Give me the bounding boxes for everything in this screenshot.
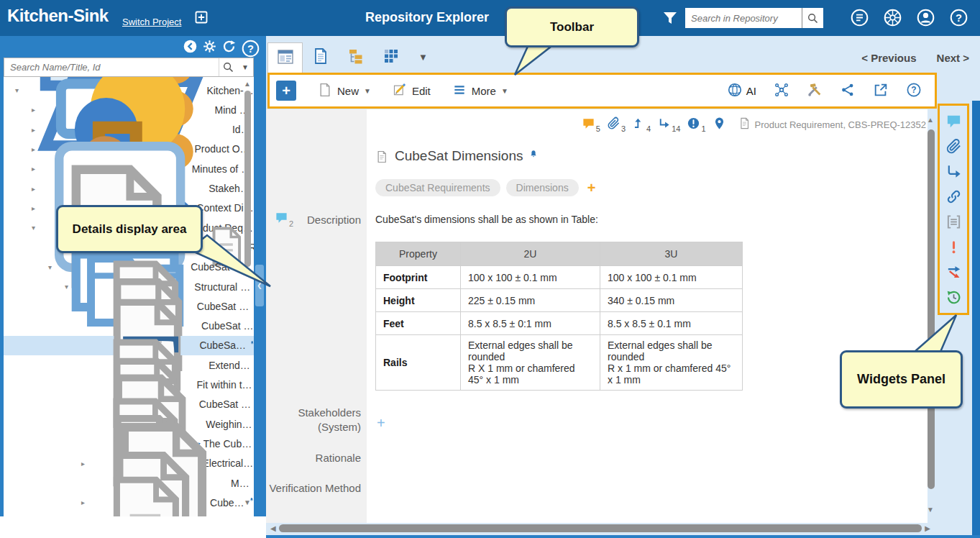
sidebar-search-input[interactable]	[4, 62, 219, 73]
add-stakeholder-button[interactable]: +	[377, 415, 385, 432]
caret-right-icon[interactable]: ▸	[32, 126, 43, 134]
help-blue-button[interactable]: ?	[906, 82, 922, 100]
indicator-attachment[interactable]: 3	[607, 117, 626, 133]
caret-right-icon[interactable]: ▸	[81, 460, 93, 468]
caret-down-icon[interactable]: ▾	[15, 86, 27, 94]
table-row: Footprint100 x 100 ± 0.1 mm100 x 100 ± 0…	[376, 266, 743, 289]
requirement-icon	[738, 117, 751, 132]
language-icon[interactable]	[883, 8, 902, 27]
indicator-alert[interactable]: 1	[687, 117, 705, 133]
tab-matrix-view[interactable]	[373, 42, 408, 73]
search-icon[interactable]	[219, 58, 237, 76]
widget-comment-blue-icon[interactable]	[945, 113, 962, 129]
top-header: Kitchen-Sink Switch Project Repository E…	[0, 0, 980, 36]
header-action-icons: ?	[850, 8, 968, 27]
widget-arrow-branch-icon[interactable]	[945, 163, 962, 180]
ai-button[interactable]: AI	[727, 82, 756, 100]
tree-scroll-down[interactable]: ▼	[244, 499, 251, 506]
tag-list: CubeSat Requirements Dimensions +	[375, 179, 595, 196]
caret-down-icon[interactable]: ▾	[32, 224, 43, 232]
widget-summary-icon[interactable]	[945, 214, 962, 230]
edit-icon	[393, 83, 407, 99]
indicator-comment-orange[interactable]: 5	[582, 117, 600, 133]
add-tag-button[interactable]: +	[587, 180, 596, 196]
help-icon[interactable]: ?	[949, 8, 968, 27]
widgets-panel	[938, 104, 969, 315]
news-icon[interactable]	[850, 8, 869, 27]
caret-right-icon[interactable]: ▸	[32, 185, 43, 193]
tree-item-cubesat-structure-desi[interactable]: CubeSat Structure Desi…	[4, 513, 254, 516]
search-icon[interactable]	[802, 8, 823, 28]
widget-attachment-icon[interactable]	[945, 138, 962, 155]
filter-icon[interactable]	[661, 9, 679, 27]
table-header: 2U	[461, 242, 600, 266]
content-scroll-up[interactable]: ▲	[927, 117, 934, 124]
project-tree: ▾Kitchen-Sink▸Mind Maps▸Ideas▸Product Ob…	[4, 77, 254, 516]
scroll-right[interactable]: ▶	[925, 525, 930, 532]
quick-add-button[interactable]: +	[276, 81, 296, 101]
widgets-callout-tail	[907, 312, 965, 354]
open-external-button[interactable]	[873, 82, 889, 100]
dimensions-table: Property2U3U Footprint100 x 100 ± 0.1 mm…	[375, 242, 743, 391]
content-scrollbar[interactable]	[928, 129, 935, 489]
widget-link-icon[interactable]	[945, 188, 962, 205]
next-button[interactable]: Next >	[937, 52, 969, 64]
tag-pill[interactable]: Dimensions	[506, 179, 579, 196]
switch-project-link[interactable]: Switch Project	[122, 17, 181, 27]
more-button-label: More	[472, 85, 496, 97]
svg-text:?: ?	[247, 43, 254, 55]
share-button[interactable]	[840, 82, 856, 100]
rationale-label: Rationale	[266, 451, 361, 465]
widget-impact-icon[interactable]	[945, 264, 962, 281]
edit-button[interactable]: Edit	[393, 83, 431, 99]
tab-details-view[interactable]	[267, 42, 303, 73]
collapse-icon[interactable]	[183, 39, 198, 54]
scroll-left[interactable]: ◀	[270, 525, 276, 532]
tree-scroll-up[interactable]: ▲	[244, 81, 251, 88]
chevron-down-icon: ▼	[501, 87, 508, 95]
automation-button[interactable]	[774, 82, 789, 100]
view-tabs: ▼	[267, 42, 428, 73]
table-cell: Feet	[376, 312, 461, 335]
caret-down-icon[interactable]: ▾	[48, 263, 60, 271]
widget-history-icon[interactable]	[945, 289, 962, 306]
sidebar-search: ▼	[4, 58, 254, 77]
settings-icon[interactable]	[202, 39, 217, 54]
content-scroll-down[interactable]: ▼	[927, 506, 934, 514]
table-row: Height225 ± 0.15 mm340 ± 0.15 mm	[376, 289, 743, 312]
repository-search-input[interactable]	[685, 13, 802, 24]
caret-right-icon[interactable]: ▸	[81, 498, 93, 506]
add-project-icon[interactable]	[194, 10, 209, 24]
horizontal-scroll-thumb[interactable]	[279, 524, 922, 532]
search-options-caret-icon[interactable]: ▼	[237, 63, 253, 71]
notification-bell-icon[interactable]	[529, 148, 538, 157]
more-views-caret-icon[interactable]: ▼	[418, 52, 428, 63]
open-external-icon	[873, 82, 889, 100]
indicator-location[interactable]	[713, 117, 726, 133]
repository-search	[685, 8, 823, 28]
tree-item-label: CubeSat Mass	[210, 497, 246, 509]
account-icon[interactable]	[916, 8, 935, 27]
new-document-icon	[318, 83, 332, 99]
caret-down-icon[interactable]: ▾	[65, 283, 76, 291]
tab-hierarchy-view[interactable]	[338, 42, 373, 73]
previous-button[interactable]: < Previous	[861, 52, 916, 64]
type-ref-text: Product Requirement, CBS-PREQ-12352	[755, 119, 926, 130]
location-icon	[713, 117, 726, 133]
tag-pill[interactable]: CubeSat Requirements	[375, 179, 500, 196]
caret-right-icon[interactable]: ▸	[32, 106, 43, 114]
caret-right-icon[interactable]: ▸	[32, 204, 43, 212]
new-button[interactable]: New ▼	[318, 83, 371, 99]
toolbar-callout: Toolbar	[505, 6, 639, 47]
indicator-arrow-down[interactable]: 14	[657, 117, 680, 133]
tools-button[interactable]	[807, 82, 823, 100]
verification-method-label: Verification Method	[266, 481, 361, 496]
more-button[interactable]: More ▼	[452, 83, 508, 99]
refresh-icon[interactable]	[221, 39, 237, 54]
caret-right-icon[interactable]: ▸	[32, 145, 43, 153]
indicator-arrow-up[interactable]: 4	[632, 117, 651, 133]
tab-document-view[interactable]	[303, 42, 338, 73]
caret-right-icon[interactable]: ▸	[32, 165, 43, 173]
table-cell: 340 ± 0.15 mm	[600, 289, 743, 312]
widget-exclamation-icon[interactable]	[945, 239, 962, 255]
